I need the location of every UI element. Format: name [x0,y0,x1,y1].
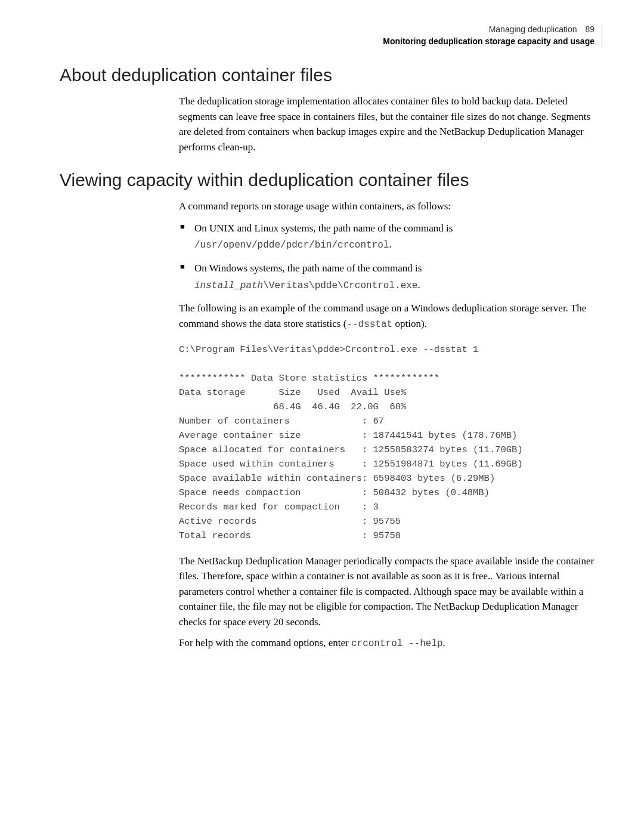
bullet2-dot: . [417,279,420,291]
bullet2-code-italic: install_path [194,280,263,291]
bullet-item-unix: On UNIX and Linux systems, the path name… [179,220,602,254]
section2-para2: The following is an example of the comma… [179,301,602,332]
bullet1-text: On UNIX and Linux systems, the path name… [194,223,453,234]
section1-title: About deduplication container files [60,65,602,85]
bullet1-dot: . [389,239,391,250]
code-block: C:\Program Files\Veritas\pdde>Crcontrol.… [179,342,602,543]
header-chapter: Managing deduplication [489,24,577,34]
para4-b: . [443,637,445,648]
header-page-number: 89 [579,24,595,34]
para4-a: For help with the command options, enter [179,637,351,648]
bullet2-code-rest: \Veritas\pdde\Crcontrol.exe [263,280,417,291]
page: Managing deduplication 89 Monitoring ded… [0,0,644,693]
section2-body: A command reports on storage usage withi… [179,199,602,651]
bullet-item-windows: On Windows systems, the path name of the… [179,260,602,293]
section2-para3: The NetBackup Deduplication Manager peri… [179,554,602,630]
section1-body: The deduplication storage implementation… [179,94,602,155]
page-header: Managing deduplication 89 Monitoring ded… [60,24,602,47]
header-line1: Managing deduplication 89 [60,24,595,36]
bullet-list: On UNIX and Linux systems, the path name… [179,220,602,294]
bullet1-code: /usr/openv/pdde/pdcr/bin/crcontrol [194,240,389,251]
section2-para1: A command reports on storage usage withi… [179,199,602,214]
para2-code: --dsstat [346,319,392,330]
para2-b: option). [392,318,427,329]
section2-para4: For help with the command options, enter… [179,635,602,651]
header-subtitle: Monitoring deduplication storage capacit… [60,36,595,48]
para4-code: crcontrol --help [351,638,443,649]
section1-para1: The deduplication storage implementation… [179,94,602,155]
section2-title: Viewing capacity within deduplication co… [60,170,602,190]
bullet2-text: On Windows systems, the path name of the… [194,262,422,274]
